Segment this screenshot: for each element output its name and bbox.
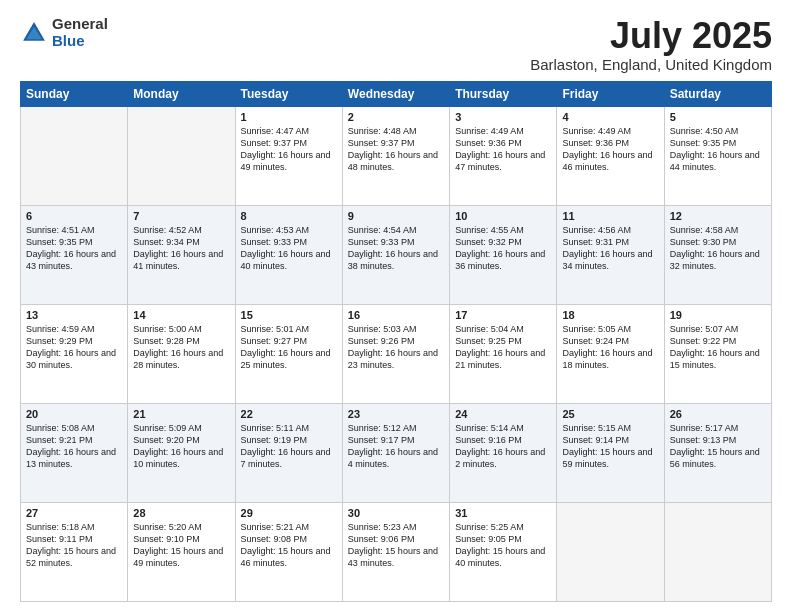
day-info: Sunrise: 5:08 AMSunset: 9:21 PMDaylight:…	[26, 422, 122, 471]
calendar-week-2: 6Sunrise: 4:51 AMSunset: 9:35 PMDaylight…	[21, 205, 772, 304]
day-number: 6	[26, 210, 122, 222]
sunrise-text: Sunrise: 5:01 AM	[241, 324, 310, 334]
day-info: Sunrise: 5:18 AMSunset: 9:11 PMDaylight:…	[26, 521, 122, 570]
sunset-text: Sunset: 9:33 PM	[241, 237, 308, 247]
day-number: 4	[562, 111, 658, 123]
sunset-text: Sunset: 9:10 PM	[133, 534, 200, 544]
day-info: Sunrise: 4:58 AMSunset: 9:30 PMDaylight:…	[670, 224, 766, 273]
daylight-text: Daylight: 16 hours and 13 minutes.	[26, 447, 116, 469]
calendar-header-sunday: Sunday	[21, 81, 128, 106]
calendar-cell: 19Sunrise: 5:07 AMSunset: 9:22 PMDayligh…	[664, 304, 771, 403]
calendar-cell: 22Sunrise: 5:11 AMSunset: 9:19 PMDayligh…	[235, 403, 342, 502]
daylight-text: Daylight: 15 hours and 59 minutes.	[562, 447, 652, 469]
calendar-cell: 3Sunrise: 4:49 AMSunset: 9:36 PMDaylight…	[450, 106, 557, 205]
sunset-text: Sunset: 9:37 PM	[348, 138, 415, 148]
daylight-text: Daylight: 15 hours and 46 minutes.	[241, 546, 331, 568]
calendar-header-friday: Friday	[557, 81, 664, 106]
daylight-text: Daylight: 16 hours and 38 minutes.	[348, 249, 438, 271]
logo-general: General	[52, 16, 108, 33]
day-number: 21	[133, 408, 229, 420]
calendar-cell: 30Sunrise: 5:23 AMSunset: 9:06 PMDayligh…	[342, 502, 449, 601]
calendar-header-wednesday: Wednesday	[342, 81, 449, 106]
sunset-text: Sunset: 9:14 PM	[562, 435, 629, 445]
daylight-text: Daylight: 16 hours and 41 minutes.	[133, 249, 223, 271]
calendar-cell: 24Sunrise: 5:14 AMSunset: 9:16 PMDayligh…	[450, 403, 557, 502]
sunset-text: Sunset: 9:16 PM	[455, 435, 522, 445]
sunrise-text: Sunrise: 5:09 AM	[133, 423, 202, 433]
daylight-text: Daylight: 16 hours and 4 minutes.	[348, 447, 438, 469]
day-number: 8	[241, 210, 337, 222]
sunrise-text: Sunrise: 5:23 AM	[348, 522, 417, 532]
calendar-header-saturday: Saturday	[664, 81, 771, 106]
sunset-text: Sunset: 9:35 PM	[26, 237, 93, 247]
sunrise-text: Sunrise: 5:07 AM	[670, 324, 739, 334]
calendar-cell: 11Sunrise: 4:56 AMSunset: 9:31 PMDayligh…	[557, 205, 664, 304]
daylight-text: Daylight: 15 hours and 43 minutes.	[348, 546, 438, 568]
daylight-text: Daylight: 16 hours and 15 minutes.	[670, 348, 760, 370]
sunset-text: Sunset: 9:34 PM	[133, 237, 200, 247]
sunrise-text: Sunrise: 5:25 AM	[455, 522, 524, 532]
calendar-cell: 23Sunrise: 5:12 AMSunset: 9:17 PMDayligh…	[342, 403, 449, 502]
day-number: 24	[455, 408, 551, 420]
sunrise-text: Sunrise: 5:15 AM	[562, 423, 631, 433]
day-number: 3	[455, 111, 551, 123]
day-info: Sunrise: 5:09 AMSunset: 9:20 PMDaylight:…	[133, 422, 229, 471]
calendar-cell: 28Sunrise: 5:20 AMSunset: 9:10 PMDayligh…	[128, 502, 235, 601]
day-info: Sunrise: 5:00 AMSunset: 9:28 PMDaylight:…	[133, 323, 229, 372]
sunset-text: Sunset: 9:22 PM	[670, 336, 737, 346]
day-number: 11	[562, 210, 658, 222]
calendar-cell: 2Sunrise: 4:48 AMSunset: 9:37 PMDaylight…	[342, 106, 449, 205]
daylight-text: Daylight: 16 hours and 32 minutes.	[670, 249, 760, 271]
calendar-cell: 31Sunrise: 5:25 AMSunset: 9:05 PMDayligh…	[450, 502, 557, 601]
calendar-cell: 21Sunrise: 5:09 AMSunset: 9:20 PMDayligh…	[128, 403, 235, 502]
day-number: 13	[26, 309, 122, 321]
daylight-text: Daylight: 16 hours and 36 minutes.	[455, 249, 545, 271]
sunrise-text: Sunrise: 4:53 AM	[241, 225, 310, 235]
calendar-header-row: SundayMondayTuesdayWednesdayThursdayFrid…	[21, 81, 772, 106]
page: General Blue July 2025 Barlaston, Englan…	[0, 0, 792, 612]
calendar-cell	[128, 106, 235, 205]
day-number: 15	[241, 309, 337, 321]
calendar-cell: 4Sunrise: 4:49 AMSunset: 9:36 PMDaylight…	[557, 106, 664, 205]
sunrise-text: Sunrise: 4:59 AM	[26, 324, 95, 334]
sunrise-text: Sunrise: 5:17 AM	[670, 423, 739, 433]
sunset-text: Sunset: 9:21 PM	[26, 435, 93, 445]
calendar-cell: 13Sunrise: 4:59 AMSunset: 9:29 PMDayligh…	[21, 304, 128, 403]
calendar-cell: 1Sunrise: 4:47 AMSunset: 9:37 PMDaylight…	[235, 106, 342, 205]
sunrise-text: Sunrise: 5:21 AM	[241, 522, 310, 532]
daylight-text: Daylight: 15 hours and 56 minutes.	[670, 447, 760, 469]
day-info: Sunrise: 5:03 AMSunset: 9:26 PMDaylight:…	[348, 323, 444, 372]
day-info: Sunrise: 5:14 AMSunset: 9:16 PMDaylight:…	[455, 422, 551, 471]
day-number: 14	[133, 309, 229, 321]
daylight-text: Daylight: 15 hours and 49 minutes.	[133, 546, 223, 568]
sunrise-text: Sunrise: 4:47 AM	[241, 126, 310, 136]
daylight-text: Daylight: 16 hours and 25 minutes.	[241, 348, 331, 370]
daylight-text: Daylight: 15 hours and 52 minutes.	[26, 546, 116, 568]
calendar-cell: 14Sunrise: 5:00 AMSunset: 9:28 PMDayligh…	[128, 304, 235, 403]
day-info: Sunrise: 4:55 AMSunset: 9:32 PMDaylight:…	[455, 224, 551, 273]
calendar-cell: 25Sunrise: 5:15 AMSunset: 9:14 PMDayligh…	[557, 403, 664, 502]
sunrise-text: Sunrise: 4:52 AM	[133, 225, 202, 235]
day-info: Sunrise: 4:48 AMSunset: 9:37 PMDaylight:…	[348, 125, 444, 174]
calendar-cell: 9Sunrise: 4:54 AMSunset: 9:33 PMDaylight…	[342, 205, 449, 304]
day-info: Sunrise: 4:53 AMSunset: 9:33 PMDaylight:…	[241, 224, 337, 273]
sunset-text: Sunset: 9:08 PM	[241, 534, 308, 544]
title-block: July 2025 Barlaston, England, United Kin…	[530, 16, 772, 73]
sunrise-text: Sunrise: 5:12 AM	[348, 423, 417, 433]
daylight-text: Daylight: 16 hours and 34 minutes.	[562, 249, 652, 271]
day-info: Sunrise: 4:51 AMSunset: 9:35 PMDaylight:…	[26, 224, 122, 273]
sunrise-text: Sunrise: 5:11 AM	[241, 423, 310, 433]
day-number: 1	[241, 111, 337, 123]
calendar-week-1: 1Sunrise: 4:47 AMSunset: 9:37 PMDaylight…	[21, 106, 772, 205]
calendar-cell	[21, 106, 128, 205]
sunset-text: Sunset: 9:26 PM	[348, 336, 415, 346]
calendar-cell: 7Sunrise: 4:52 AMSunset: 9:34 PMDaylight…	[128, 205, 235, 304]
sunrise-text: Sunrise: 5:04 AM	[455, 324, 524, 334]
sunset-text: Sunset: 9:25 PM	[455, 336, 522, 346]
day-info: Sunrise: 5:05 AMSunset: 9:24 PMDaylight:…	[562, 323, 658, 372]
sunset-text: Sunset: 9:33 PM	[348, 237, 415, 247]
sunrise-text: Sunrise: 4:48 AM	[348, 126, 417, 136]
sunset-text: Sunset: 9:28 PM	[133, 336, 200, 346]
sunset-text: Sunset: 9:06 PM	[348, 534, 415, 544]
day-info: Sunrise: 4:52 AMSunset: 9:34 PMDaylight:…	[133, 224, 229, 273]
